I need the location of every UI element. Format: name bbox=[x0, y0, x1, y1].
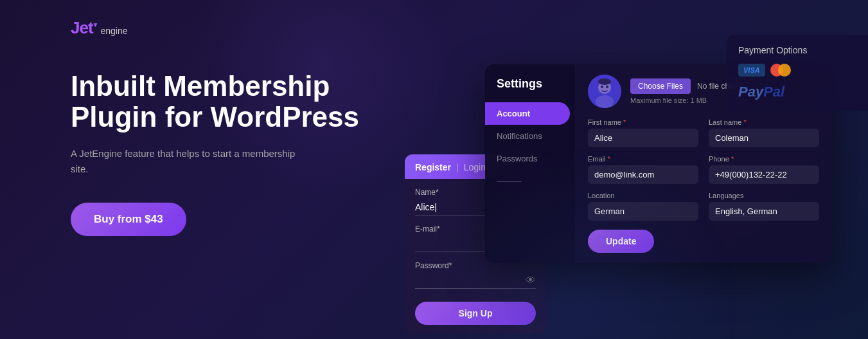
password-input[interactable] bbox=[415, 273, 536, 289]
signup-button[interactable]: Sign Up bbox=[415, 302, 536, 325]
mastercard-badge bbox=[770, 63, 793, 77]
first-name-label: First name * bbox=[588, 118, 698, 126]
nav-item-more[interactable]: ——— bbox=[485, 170, 575, 192]
payment-panel: Payment Options VISA PayPal bbox=[727, 35, 868, 111]
logo-chevron-icon: ▼ bbox=[93, 21, 98, 28]
last-name-label: Last name * bbox=[709, 118, 819, 126]
svg-point-3 bbox=[601, 86, 603, 88]
location-label: Location bbox=[588, 192, 698, 199]
logo-et: et bbox=[79, 18, 93, 37]
logo-text: Jet▼ bbox=[71, 18, 98, 38]
nav-item-notifications[interactable]: Notifications bbox=[485, 125, 575, 147]
hero-title: Inbuilt Membership Plugin for WordPress bbox=[71, 71, 379, 133]
languages-label: Languages bbox=[709, 192, 819, 199]
fields-grid: First name * Last name * Email * Phone *… bbox=[588, 118, 819, 221]
hero-section: Inbuilt Membership Plugin for WordPress … bbox=[71, 71, 379, 236]
avatar bbox=[588, 75, 621, 108]
svg-point-4 bbox=[606, 86, 608, 88]
settings-sidebar: Settings Account Notifications Passwords… bbox=[485, 64, 575, 263]
eye-icon[interactable]: 👁 bbox=[526, 275, 536, 286]
choose-files-button[interactable]: Choose Files bbox=[630, 78, 691, 94]
hero-subtitle: A JetEngine feature that helps to start … bbox=[71, 146, 315, 177]
languages-input[interactable] bbox=[709, 202, 819, 221]
phone-required: * bbox=[731, 155, 734, 163]
mc-right-circle bbox=[778, 64, 791, 77]
first-name-group: First name * bbox=[588, 118, 698, 147]
logo-engine-text: engine bbox=[101, 26, 128, 36]
location-group: Location bbox=[588, 192, 698, 221]
last-name-group: Last name * bbox=[709, 118, 819, 147]
email-label-settings: Email * bbox=[588, 155, 698, 163]
location-input[interactable] bbox=[588, 202, 698, 221]
visa-card-badge: VISA bbox=[738, 64, 765, 77]
languages-group: Languages bbox=[709, 192, 819, 221]
phone-label: Phone * bbox=[709, 155, 819, 163]
nav-item-passwords[interactable]: Passwords bbox=[485, 147, 575, 170]
avatar-image bbox=[588, 75, 621, 108]
first-name-required: * bbox=[623, 118, 626, 126]
tab-divider: | bbox=[456, 162, 459, 172]
svg-point-5 bbox=[598, 78, 611, 85]
first-name-input[interactable] bbox=[588, 129, 698, 147]
email-input-settings[interactable] bbox=[588, 165, 698, 184]
payment-title: Payment Options bbox=[738, 45, 856, 55]
last-name-input[interactable] bbox=[709, 129, 819, 147]
phone-input[interactable] bbox=[709, 165, 819, 184]
settings-title: Settings bbox=[485, 77, 575, 102]
buy-button[interactable]: Buy from $43 bbox=[71, 203, 186, 236]
paypal-logo: PayPal bbox=[738, 84, 856, 100]
phone-group: Phone * bbox=[709, 155, 819, 184]
password-field-group: Password* 👁 bbox=[415, 261, 536, 289]
logo-j: J bbox=[71, 18, 79, 37]
nav-item-account[interactable]: Account bbox=[485, 102, 570, 125]
email-group: Email * bbox=[588, 155, 698, 184]
update-button[interactable]: Update bbox=[588, 230, 654, 253]
password-input-row: 👁 bbox=[415, 273, 536, 289]
tab-register[interactable]: Register bbox=[415, 162, 451, 172]
email-required: * bbox=[608, 155, 610, 163]
logo: Jet▼ engine bbox=[71, 18, 128, 38]
tab-login[interactable]: Login bbox=[464, 162, 486, 172]
last-name-required: * bbox=[743, 118, 746, 126]
svg-point-2 bbox=[596, 95, 614, 108]
payment-cards: VISA bbox=[738, 63, 856, 77]
